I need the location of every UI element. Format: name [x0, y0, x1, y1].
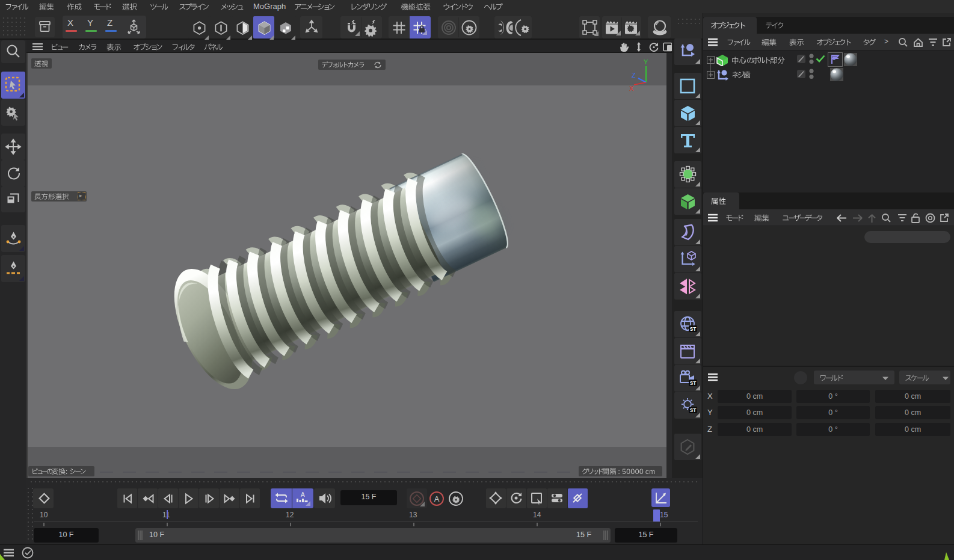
svg-text:ST: ST	[690, 408, 696, 413]
svg-text:ST: ST	[690, 381, 696, 386]
svg-text:A: A	[434, 494, 440, 503]
svg-text:Z: Z	[632, 72, 636, 79]
svg-text:ST: ST	[690, 327, 696, 332]
svg-text:A: A	[301, 491, 305, 498]
svg-text:Y: Y	[644, 58, 648, 66]
svg-text:X: X	[629, 85, 634, 92]
